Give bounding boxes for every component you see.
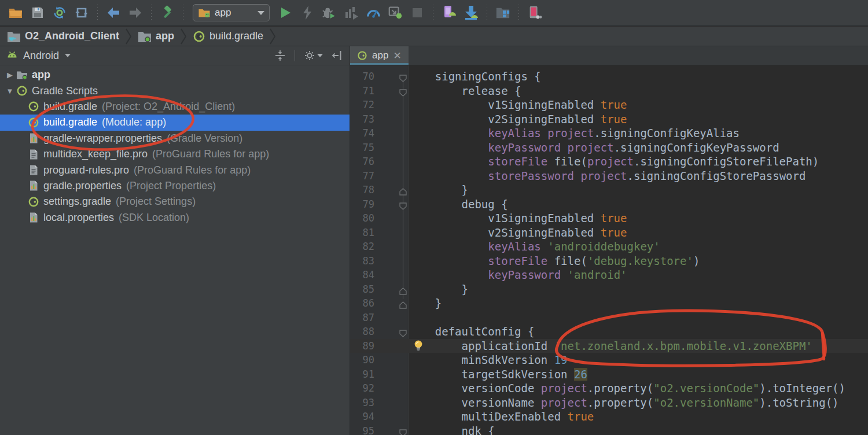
code-line-92[interactable]: 92 versionCode project.property("o2.vers…: [350, 381, 868, 396]
tree-item-gradle-wrapper-properties[interactable]: gradle-wrapper.properties(Gradle Version…: [0, 131, 350, 146]
tree-item-hint: (ProGuard Rules for app): [134, 164, 251, 176]
debug-icon[interactable]: [322, 5, 337, 20]
tree-item-hint: (ProGuard Rules for app): [152, 148, 269, 160]
code-line-75[interactable]: 75 keyPassword project.signingConfigKeyP…: [350, 141, 868, 155]
code-text: keyAlias 'androiddebugkey': [409, 239, 660, 254]
avd-manager-icon[interactable]: [442, 5, 457, 20]
back-icon[interactable]: [106, 5, 121, 20]
code-line-85[interactable]: 85 }: [350, 282, 868, 297]
project-tree: ▶app▼Gradle Scriptsbuild.gradle(Project:…: [0, 65, 350, 226]
open-project-icon[interactable]: [8, 5, 23, 20]
chevron-down-icon[interactable]: [317, 54, 323, 57]
code-line-78[interactable]: 78 }: [350, 183, 868, 197]
code-editor[interactable]: 70 signingConfigs {71 release {72 v1Sign…: [350, 65, 868, 435]
code-text: storeFile file(project.signingConfigStor…: [409, 154, 819, 169]
properties-file-icon: [28, 180, 39, 191]
line-number: 85: [350, 282, 374, 297]
build-hammer-icon[interactable]: [160, 5, 175, 20]
code-text: versionCode project.property("o2.version…: [409, 381, 845, 396]
attach-debugger-icon[interactable]: [388, 5, 403, 20]
code-line-86[interactable]: 86 }: [350, 296, 868, 311]
breadcrumb-label: O2_Android_Client: [25, 30, 119, 42]
code-line-70[interactable]: 70 signingConfigs {: [350, 69, 868, 84]
tree-item-gradle-properties[interactable]: gradle.properties(Project Properties): [0, 178, 350, 194]
breadcrumb-label: build.gradle: [209, 30, 263, 42]
code-line-87[interactable]: 87: [350, 311, 868, 325]
profiler-icon[interactable]: [366, 5, 381, 20]
code-line-72[interactable]: 72 v1SigningEnabled true: [350, 98, 868, 112]
intention-bulb-icon[interactable]: [413, 340, 424, 352]
run-config-select[interactable]: app: [193, 4, 270, 21]
hide-panel-icon[interactable]: [331, 49, 344, 62]
code-line-89[interactable]: 89 applicationId 'net.zoneland.x.bpm.mob…: [350, 339, 868, 353]
line-number: 92: [350, 381, 374, 396]
fold-marker[interactable]: [399, 200, 407, 208]
sync-gradle-icon[interactable]: [52, 5, 67, 20]
fold-marker[interactable]: [399, 298, 407, 307]
gear-icon[interactable]: [303, 49, 316, 62]
toolbar-divider: [151, 5, 152, 21]
code-line-95[interactable]: 95 ndk {: [350, 424, 868, 435]
save-all-icon[interactable]: [30, 5, 45, 20]
toolbar-divider: [183, 5, 183, 21]
breadcrumb-item-module[interactable]: app: [137, 30, 175, 43]
fold-marker[interactable]: [399, 327, 407, 336]
collapse-all-icon[interactable]: [274, 49, 286, 62]
code-line-80[interactable]: 80 v1SigningEnabled true: [350, 211, 868, 226]
code-line-73[interactable]: 73 v2SigningEnabled true: [350, 112, 868, 127]
code-line-79[interactable]: 79 debug {: [350, 197, 868, 212]
editor-area: app ✕ 70 signingConfigs {71 release {72 …: [350, 46, 868, 435]
tree-item-hint: (Project: O2_Android_Client): [102, 101, 235, 113]
tree-item-multidex-keep-file-pro[interactable]: multidex_keep_file.pro(ProGuard Rules fo…: [0, 146, 350, 162]
module-folder-icon: [138, 30, 152, 43]
tree-item-proguard-rules-pro[interactable]: proguard-rules.pro(ProGuard Rules for ap…: [0, 162, 350, 178]
code-line-71[interactable]: 71 release {: [350, 84, 868, 98]
line-number: 80: [350, 211, 374, 226]
line-number: 79: [350, 197, 374, 212]
code-line-76[interactable]: 76 storeFile file(project.signingConfigS…: [350, 154, 868, 169]
code-line-84[interactable]: 84 keyPassword 'android': [350, 268, 868, 282]
chevron-down-icon[interactable]: [65, 54, 71, 57]
collapse-arrow-icon[interactable]: ▼: [3, 87, 16, 95]
layout-inspector-icon[interactable]: [527, 5, 542, 20]
tree-item-settings-gradle[interactable]: settings.gradle(Project Settings): [0, 194, 350, 209]
tree-item-gradle-scripts[interactable]: ▼Gradle Scripts: [0, 83, 350, 98]
code-line-90[interactable]: 90 minSdkVersion 19: [350, 353, 868, 367]
profile-icon: [344, 5, 359, 20]
code-line-77[interactable]: 77 storePassword project.signingConfigSt…: [350, 169, 868, 183]
run-config-value: app: [215, 7, 253, 19]
tab-build-gradle-app[interactable]: app ✕: [350, 46, 409, 65]
code-text: debug {: [409, 197, 508, 212]
breadcrumb-item-project[interactable]: O2_Android_Client: [6, 30, 120, 43]
line-number: 82: [350, 239, 374, 254]
code-line-93[interactable]: 93 versionName project.property("o2.vers…: [350, 396, 868, 410]
tab-label: app: [372, 50, 388, 61]
tree-item-local-properties[interactable]: local.properties(SDK Location): [0, 210, 350, 226]
code-line-91[interactable]: 91 targetSdkVersion 26: [350, 367, 868, 382]
view-selector[interactable]: Android: [23, 50, 59, 62]
tree-item-app[interactable]: ▶app: [0, 67, 350, 83]
refresh-icon[interactable]: [74, 5, 89, 20]
code-line-81[interactable]: 81 v2SigningEnabled true: [350, 226, 868, 240]
fold-marker[interactable]: [399, 86, 407, 95]
fold-marker[interactable]: [399, 426, 407, 435]
sdk-manager-icon[interactable]: [464, 5, 479, 20]
code-line-82[interactable]: 82 keyAlias 'androiddebugkey': [350, 239, 868, 254]
code-line-94[interactable]: 94 multiDexEnabled true: [350, 410, 868, 424]
breadcrumb-item-file[interactable]: build.gradle: [192, 30, 264, 43]
code-line-88[interactable]: 88 defaultConfig {: [350, 325, 868, 339]
code-line-74[interactable]: 74 keyAlias project.signingConfigKeyAlia…: [350, 126, 868, 141]
fold-marker[interactable]: [399, 72, 407, 80]
close-icon[interactable]: ✕: [393, 51, 401, 61]
line-number: 81: [350, 226, 374, 240]
code-text: signingConfigs {: [409, 69, 541, 84]
device-file-explorer-icon[interactable]: [495, 5, 510, 20]
tree-item-build-gradle[interactable]: build.gradle(Module: app): [0, 115, 350, 130]
expand-arrow-icon[interactable]: ▶: [3, 71, 16, 79]
run-icon[interactable]: [278, 5, 293, 20]
code-line-83[interactable]: 83 storeFile file('debug.keystore'): [350, 254, 868, 268]
fold-marker[interactable]: [399, 285, 407, 293]
folder-icon: [16, 69, 28, 81]
fold-marker[interactable]: [399, 185, 407, 194]
tree-item-build-gradle[interactable]: build.gradle(Project: O2_Android_Client): [0, 99, 350, 115]
